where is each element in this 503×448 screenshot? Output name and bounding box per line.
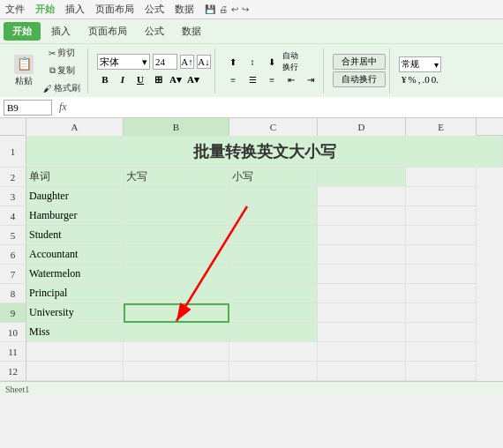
menu-formula[interactable]: 公式 xyxy=(145,3,164,16)
italic-button[interactable]: I xyxy=(115,71,131,87)
bold-button[interactable]: B xyxy=(97,71,113,87)
font-size-increase[interactable]: A↑ xyxy=(180,55,194,69)
menu-bar[interactable]: 文件 开始 插入 页面布局 公式 数据 xyxy=(5,3,194,16)
cell-a3[interactable]: Daughter xyxy=(26,187,124,206)
cell-a8[interactable]: Principal xyxy=(26,284,124,303)
align-middle-button[interactable]: ↕ xyxy=(244,54,261,70)
cell-b9[interactable] xyxy=(124,303,229,323)
cell-b3[interactable] xyxy=(124,187,229,206)
underline-button[interactable]: U xyxy=(132,71,148,87)
cell-d10[interactable] xyxy=(318,323,406,342)
align-left-button[interactable]: ≡ xyxy=(224,71,242,87)
col-header-a[interactable]: A xyxy=(26,118,124,136)
cell-d4[interactable] xyxy=(318,206,406,226)
cell-b2[interactable]: 大写 xyxy=(124,168,229,187)
paste-button[interactable]: 📋 粘贴 xyxy=(11,53,37,89)
cell-reference-box[interactable]: B9 xyxy=(4,100,52,116)
menu-file[interactable]: 文件 xyxy=(5,3,25,16)
cell-a5[interactable]: Student xyxy=(26,226,124,245)
percent-button[interactable]: % xyxy=(409,74,417,85)
tab-formula[interactable]: 公式 xyxy=(138,22,171,41)
indent-decrease-button[interactable]: ⇤ xyxy=(282,71,300,87)
cell-e12[interactable] xyxy=(406,362,477,381)
cell-b12[interactable] xyxy=(124,362,229,381)
cell-b4[interactable] xyxy=(124,206,229,226)
font-color-button[interactable]: A▾ xyxy=(185,71,201,87)
cell-d2[interactable] xyxy=(318,168,406,187)
cell-c3[interactable] xyxy=(229,187,318,206)
menu-insert[interactable]: 插入 xyxy=(65,3,85,16)
currency-button[interactable]: ¥ xyxy=(402,74,407,85)
align-right-button[interactable]: ≡ xyxy=(263,71,281,87)
cell-a2[interactable]: 单词 xyxy=(26,168,124,187)
cell-e3[interactable] xyxy=(406,187,477,206)
cell-e4[interactable] xyxy=(406,206,477,226)
col-header-c[interactable]: C xyxy=(229,118,318,136)
cell-b11[interactable] xyxy=(124,342,229,362)
menu-data[interactable]: 数据 xyxy=(175,3,194,16)
cell-d12[interactable] xyxy=(318,362,406,381)
cell-e7[interactable] xyxy=(406,265,477,284)
copy-button[interactable]: ⧉ 复制 xyxy=(40,63,84,78)
fill-color-button[interactable]: A▾ xyxy=(168,71,184,87)
cell-a11[interactable] xyxy=(26,342,124,362)
cell-c8[interactable] xyxy=(229,284,318,303)
col-header-e[interactable]: E xyxy=(406,118,477,136)
cell-d5[interactable] xyxy=(318,226,406,245)
cell-d3[interactable] xyxy=(318,187,406,206)
cell-e6[interactable] xyxy=(406,245,477,265)
col-header-d[interactable]: D xyxy=(318,118,406,136)
border-button[interactable]: ⊞ xyxy=(150,71,166,87)
cell-c12[interactable] xyxy=(229,362,318,381)
cell-e10[interactable] xyxy=(406,323,477,342)
cell-c10[interactable] xyxy=(229,323,318,342)
decimal-increase-button[interactable]: .0 xyxy=(422,74,429,85)
cut-button[interactable]: ✂ 剪切 xyxy=(40,45,84,61)
cell-b7[interactable] xyxy=(124,265,229,284)
cell-a9[interactable]: University xyxy=(26,303,124,323)
align-top-button[interactable]: ⬆ xyxy=(224,54,242,70)
format-painter-button[interactable]: 🖌 格式刷 xyxy=(40,80,84,96)
cell-c9[interactable] xyxy=(229,303,318,323)
sheet-tab[interactable]: Sheet1 xyxy=(5,385,29,394)
cell-b5[interactable] xyxy=(124,226,229,245)
formula-input[interactable] xyxy=(74,100,499,116)
cell-e11[interactable] xyxy=(406,342,477,362)
wrap-text-button[interactable]: 自动换行 xyxy=(282,54,300,70)
tab-insert[interactable]: 插入 xyxy=(44,22,78,41)
cell-a10[interactable]: Miss xyxy=(26,323,124,342)
align-center-button[interactable]: ☰ xyxy=(244,71,261,87)
indent-increase-button[interactable]: ⇥ xyxy=(302,71,319,87)
cell-e2[interactable] xyxy=(406,168,477,187)
auto-wrap-button[interactable]: 自动换行 xyxy=(333,71,386,87)
cell-c2[interactable]: 小写 xyxy=(229,168,318,187)
cell-d8[interactable] xyxy=(318,284,406,303)
number-format-selector[interactable]: 常规 ▾ xyxy=(399,56,441,72)
cell-c7[interactable] xyxy=(229,265,318,284)
cell-a4[interactable]: Hamburger xyxy=(26,206,124,226)
font-name-selector[interactable]: 宋体 ▾ xyxy=(97,54,150,70)
thousands-button[interactable]: , xyxy=(418,74,421,85)
cell-b8[interactable] xyxy=(124,284,229,303)
cell-b6[interactable] xyxy=(124,245,229,265)
cell-d7[interactable] xyxy=(318,265,406,284)
cell-c11[interactable] xyxy=(229,342,318,362)
cell-d9[interactable] xyxy=(318,303,406,323)
cell-c5[interactable] xyxy=(229,226,318,245)
font-size-decrease[interactable]: A↓ xyxy=(197,55,211,69)
tab-page-layout[interactable]: 页面布局 xyxy=(81,22,134,41)
col-header-b[interactable]: B xyxy=(124,118,229,136)
cell-d11[interactable] xyxy=(318,342,406,362)
cell-c4[interactable] xyxy=(229,206,318,226)
merge-center-button[interactable]: 合并居中 xyxy=(333,54,386,70)
cell-a6[interactable]: Accountant xyxy=(26,245,124,265)
cell-e9[interactable] xyxy=(406,303,477,323)
font-size-selector[interactable]: 24 xyxy=(153,54,177,70)
cell-b10[interactable] xyxy=(124,323,229,342)
cell-c6[interactable] xyxy=(229,245,318,265)
decimal-decrease-button[interactable]: 0. xyxy=(432,74,439,85)
tab-start[interactable]: 开始 xyxy=(4,22,41,41)
cell-d6[interactable] xyxy=(318,245,406,265)
cell-a12[interactable] xyxy=(26,362,124,381)
cell-e8[interactable] xyxy=(406,284,477,303)
